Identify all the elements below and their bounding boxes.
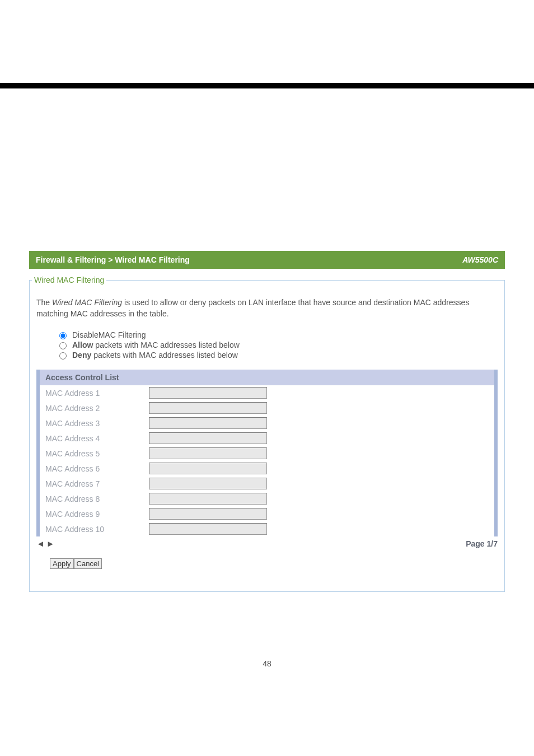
pager: ◄► Page 1/7	[36, 539, 498, 548]
model-label: AW5500C	[462, 255, 498, 264]
radio-deny-row[interactable]: Deny packets with MAC addresses listed b…	[57, 351, 504, 360]
acl-row: MAC Address 1	[40, 385, 494, 400]
pager-page-label: Page 1/7	[466, 539, 498, 548]
acl-row: MAC Address 2	[40, 400, 494, 416]
mac-address-input[interactable]	[149, 432, 267, 444]
radio-allow[interactable]	[59, 342, 67, 349]
cancel-button[interactable]: Cancel	[74, 558, 102, 569]
top-divider	[0, 83, 534, 88]
filtering-mode-radios: DisableMAC Filtering Allow packets with …	[57, 330, 504, 360]
acl-row: MAC Address 9	[40, 506, 494, 521]
radio-disable-row[interactable]: DisableMAC Filtering	[57, 330, 504, 339]
radio-deny-rest: packets with MAC addresses listed below	[93, 351, 238, 360]
acl-row-label: MAC Address 3	[45, 419, 149, 428]
wired-mac-filtering-fieldset: Wired MAC Filtering The Wired MAC Filter…	[29, 280, 505, 592]
acl-row-label: MAC Address 5	[45, 449, 149, 458]
mac-address-input[interactable]	[149, 523, 267, 535]
action-buttons: ApplyCancel	[50, 558, 498, 569]
radio-deny[interactable]	[59, 352, 67, 360]
acl-row-label: MAC Address 1	[45, 389, 149, 398]
acl-row-label: MAC Address 4	[45, 434, 149, 443]
radio-deny-bold: Deny	[72, 351, 91, 360]
acl-row-label: MAC Address 6	[45, 464, 149, 473]
radio-allow-row[interactable]: Allow packets with MAC addresses listed …	[57, 340, 504, 349]
mac-address-input[interactable]	[149, 478, 267, 489]
mac-address-input[interactable]	[149, 508, 267, 520]
acl-row: MAC Address 7	[40, 476, 494, 491]
desc-prefix: The	[36, 298, 52, 307]
acl-row: MAC Address 3	[40, 416, 494, 431]
pager-arrows: ◄►	[36, 539, 57, 548]
acl-row: MAC Address 6	[40, 461, 494, 476]
mac-address-input[interactable]	[149, 447, 267, 459]
radio-allow-bold: Allow	[72, 340, 93, 349]
acl-header: Access Control List	[40, 370, 494, 385]
mac-address-input[interactable]	[149, 417, 267, 429]
acl-row: MAC Address 4	[40, 431, 494, 446]
pager-prev-icon[interactable]: ◄	[36, 539, 46, 548]
doc-page-number: 48	[0, 659, 534, 668]
fieldset-legend: Wired MAC Filtering	[32, 276, 106, 284]
mac-address-input[interactable]	[149, 463, 267, 474]
acl-row: MAC Address 5	[40, 446, 494, 461]
acl-row-label: MAC Address 10	[45, 525, 149, 534]
radio-disable-label: DisableMAC Filtering	[72, 330, 146, 339]
mac-address-input[interactable]	[149, 402, 267, 414]
radio-allow-rest: packets with MAC addresses listed below	[95, 340, 240, 349]
mac-address-input[interactable]	[149, 493, 267, 505]
acl-row-label: MAC Address 7	[45, 479, 149, 488]
apply-button[interactable]: Apply	[50, 558, 74, 569]
acl-row-label: MAC Address 9	[45, 510, 149, 519]
desc-italic: Wired MAC Filtering	[52, 298, 122, 307]
radio-disable[interactable]	[59, 332, 67, 339]
acl-row-label: MAC Address 2	[45, 404, 149, 413]
mac-address-input[interactable]	[149, 387, 267, 399]
breadcrumb: Firewall & Filtering > Wired MAC Filteri…	[36, 255, 190, 264]
page-header: Firewall & Filtering > Wired MAC Filteri…	[29, 251, 505, 269]
acl-row: MAC Address 8	[40, 491, 494, 506]
acl-row-label: MAC Address 8	[45, 494, 149, 503]
pager-next-icon[interactable]: ►	[46, 539, 57, 548]
description-text: The Wired MAC Filtering is used to allow…	[36, 297, 498, 319]
acl-row: MAC Address 10	[40, 521, 494, 536]
acl-table: Access Control List MAC Address 1MAC Add…	[36, 370, 498, 536]
